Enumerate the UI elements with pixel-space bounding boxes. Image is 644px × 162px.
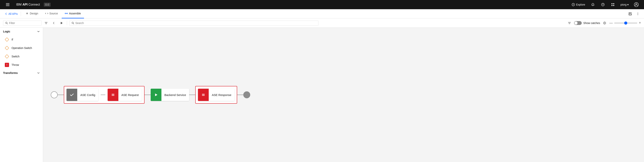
- filter-input-field[interactable]: [9, 21, 38, 24]
- sidebar-item-switch[interactable]: Switch: [0, 52, 43, 61]
- svg-point-9: [636, 3, 637, 5]
- svg-point-27: [72, 22, 74, 24]
- ase-response-label: ASE Response: [209, 93, 234, 97]
- svg-text:?: ?: [602, 3, 604, 6]
- back-chevron-icon: [52, 21, 55, 24]
- svg-line-28: [73, 23, 74, 24]
- play-icon: [154, 93, 158, 97]
- svg-rect-17: [629, 14, 631, 15]
- compass-icon: [572, 3, 575, 6]
- flow-node-ase-response[interactable]: ASE Response: [198, 89, 234, 101]
- canvas-filter-button[interactable]: [566, 20, 572, 26]
- filter-search-icon: [5, 22, 8, 24]
- profile-button[interactable]: [632, 0, 641, 9]
- group-connector-1: [101, 95, 105, 95]
- flow-node-backend-service[interactable]: Backend Service: [151, 89, 189, 101]
- sidebar: Logic If Operation Switch: [0, 28, 43, 162]
- svg-rect-40: [5, 54, 9, 58]
- back-canvas-button[interactable]: [51, 20, 57, 26]
- sidebar-item-operation-switch-label: Operation Switch: [12, 46, 32, 49]
- tab-divider: [21, 11, 21, 16]
- back-arrow-icon: [4, 12, 8, 15]
- hamburger-menu[interactable]: [3, 0, 12, 9]
- svg-point-33: [604, 23, 605, 23]
- throw-icon: !: [4, 63, 9, 67]
- tab-source[interactable]: Source: [42, 9, 61, 18]
- svg-rect-16: [630, 12, 630, 13]
- checkmark-icon: [70, 93, 74, 97]
- flow-diagram: ASE Config ASE Request: [51, 86, 250, 104]
- svg-point-11: [27, 13, 27, 14]
- sidebar-section-logic[interactable]: Logic: [0, 28, 43, 35]
- connector-4: [237, 95, 243, 95]
- run-button[interactable]: [58, 20, 64, 26]
- lines-icon: [111, 93, 115, 97]
- canvas-search-field[interactable]: [70, 20, 318, 25]
- sidebar-item-if-label: If: [12, 38, 13, 41]
- center-view-button[interactable]: [602, 20, 608, 26]
- explore-button[interactable]: Explore: [570, 1, 587, 8]
- source-icon: [45, 12, 48, 15]
- hamburger-icon: [6, 3, 10, 6]
- apps-icon: [611, 3, 614, 6]
- zoom-controls: — +: [602, 20, 641, 26]
- sidebar-item-switch-label: Switch: [12, 55, 20, 58]
- ase-response-icon: [198, 89, 209, 101]
- notifications-button[interactable]: [588, 0, 598, 9]
- svg-marker-44: [155, 93, 158, 96]
- svg-rect-38: [5, 38, 9, 41]
- sidebar-section-transforms[interactable]: Transforms: [0, 69, 43, 77]
- show-catches-toggle[interactable]: [574, 21, 582, 25]
- user-menu-button[interactable]: piorg ▾: [618, 1, 631, 8]
- toolbar: Show catches — +: [0, 18, 644, 28]
- sub-navigation: All APIs Design Source Assemble: [0, 9, 644, 18]
- save-icon: [628, 12, 632, 15]
- canvas-search-input[interactable]: [75, 21, 114, 24]
- canvas-search-icon: [72, 22, 74, 24]
- flow-node-ase-request[interactable]: ASE Request: [108, 89, 142, 101]
- flow-group-2: ASE Response: [195, 86, 237, 104]
- filter-options-button[interactable]: [43, 20, 49, 26]
- tab-design[interactable]: Design: [22, 9, 41, 18]
- apps-button[interactable]: [608, 0, 618, 9]
- show-catches-control: Show catches: [574, 21, 600, 25]
- ase-request-label: ASE Request: [118, 93, 142, 97]
- svg-rect-4: [612, 3, 612, 4]
- flow-start-node: [51, 91, 58, 98]
- help-button[interactable]: ?: [598, 0, 608, 9]
- sidebar-item-throw[interactable]: ! Throw: [0, 61, 43, 69]
- ase-request-icon: [108, 89, 118, 101]
- connector-2: [144, 95, 151, 95]
- sidebar-item-throw-label: Throw: [12, 63, 19, 66]
- zoom-out-icon[interactable]: —: [609, 21, 613, 25]
- more-options-button[interactable]: [635, 11, 641, 17]
- svg-point-20: [638, 14, 638, 15]
- main-layout: Logic If Operation Switch: [0, 28, 644, 162]
- all-apis-link[interactable]: All APIs: [3, 11, 19, 16]
- bell-icon: [591, 3, 594, 6]
- svg-point-19: [638, 13, 638, 14]
- svg-rect-13: [67, 13, 68, 14]
- operation-switch-icon: [4, 46, 9, 50]
- zoom-slider[interactable]: [614, 23, 637, 23]
- sidebar-item-operation-switch[interactable]: Operation Switch: [0, 44, 43, 52]
- sidebar-item-if[interactable]: If: [0, 35, 43, 44]
- flow-node-ase-config[interactable]: ASE Config: [66, 89, 98, 101]
- flow-group-1: ASE Config ASE Request: [64, 86, 144, 104]
- save-button[interactable]: [627, 11, 633, 17]
- collapse-icon: [37, 30, 40, 33]
- collapse-icon-2: [37, 72, 40, 74]
- if-icon: [4, 37, 9, 42]
- svg-point-18: [638, 12, 638, 13]
- zoom-in-icon[interactable]: +: [639, 21, 641, 25]
- connector-1: [58, 95, 64, 95]
- filter-field[interactable]: [3, 20, 42, 25]
- flow-end-node: [243, 91, 250, 98]
- svg-marker-1: [573, 4, 574, 5]
- run-icon: [60, 21, 63, 24]
- show-catches-label: Show catches: [583, 21, 600, 24]
- tab-assemble[interactable]: Assemble: [62, 9, 84, 18]
- top-navigation: IBM API Connect 0.0 Explore ?: [0, 0, 644, 9]
- svg-rect-7: [613, 5, 614, 6]
- options-icon: [44, 21, 48, 24]
